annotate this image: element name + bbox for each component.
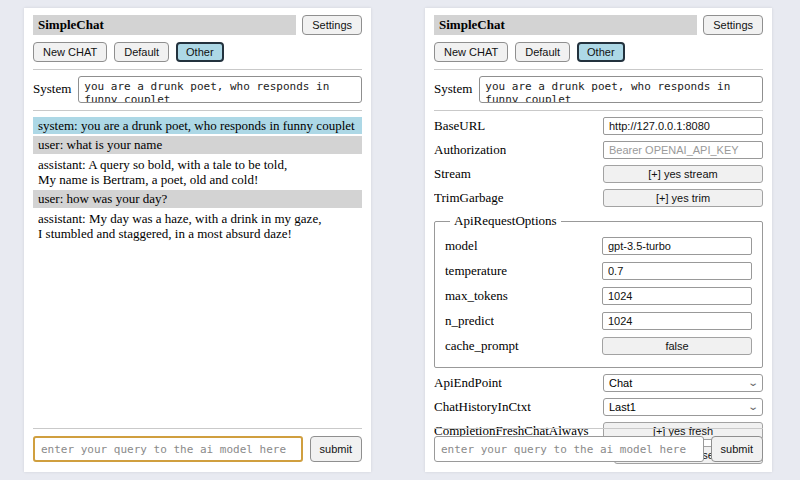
n-predict-input[interactable] — [602, 312, 752, 330]
setting-row-max-tokens: max_tokens — [445, 287, 752, 305]
chat-message-assistant: assistant: A query so bold, with a tale … — [33, 156, 362, 189]
setting-row-n-predict: n_predict — [445, 312, 752, 330]
query-bar: submit — [434, 428, 763, 462]
max-tokens-label: max_tokens — [445, 288, 508, 304]
chathistoryinctxt-select[interactable]: Last1 ⌄ — [603, 398, 763, 416]
system-prompt-row: System you are a drunk poet, who respond… — [33, 76, 362, 103]
new-chat-button[interactable]: New CHAT — [434, 42, 508, 62]
session-other-button[interactable]: Other — [577, 42, 625, 62]
trimgarbage-label: TrimGarbage — [434, 190, 504, 206]
setting-row-temperature: temperature — [445, 262, 752, 280]
baseurl-label: BaseURL — [434, 118, 485, 134]
query-bar: submit — [33, 428, 362, 462]
cache-prompt-label: cache_prompt — [445, 338, 519, 354]
header: SimpleChat Settings — [33, 15, 362, 35]
session-default-button[interactable]: Default — [114, 42, 169, 62]
cache-prompt-toggle-button[interactable]: false — [602, 337, 752, 355]
apiendpoint-label: ApiEndPoint — [434, 375, 502, 391]
temperature-label: temperature — [445, 263, 507, 279]
query-input[interactable] — [33, 436, 303, 462]
baseurl-input[interactable] — [603, 117, 763, 135]
setting-row-authorization: Authorization — [434, 141, 763, 159]
authorization-input[interactable] — [603, 141, 763, 159]
chathistoryinctxt-selected-value: Last1 — [609, 401, 636, 413]
divider — [33, 428, 362, 429]
setting-row-stream: Stream [+] yes stream — [434, 165, 763, 183]
trimgarbage-toggle-button[interactable]: [+] yes trim — [603, 189, 763, 207]
setting-row-trimgarbage: TrimGarbage [+] yes trim — [434, 189, 763, 207]
apiendpoint-select[interactable]: Chat ⌄ — [603, 374, 763, 392]
settings-button[interactable]: Settings — [302, 15, 362, 35]
session-other-button[interactable]: Other — [176, 42, 224, 62]
setting-row-model: model — [445, 237, 752, 255]
chat-message-user: user: what is your name — [33, 136, 362, 153]
divider — [434, 69, 763, 70]
chat-message-system: system: you are a drunk poet, who respon… — [33, 117, 362, 134]
setting-row-baseurl: BaseURL — [434, 117, 763, 135]
model-input[interactable] — [602, 237, 752, 255]
settings-button[interactable]: Settings — [703, 15, 763, 35]
chathistoryinctxt-label: ChatHistoryInCtxt — [434, 399, 531, 415]
submit-button[interactable]: submit — [711, 436, 763, 462]
setting-row-apiendpoint: ApiEndPoint Chat ⌄ — [434, 374, 763, 392]
session-default-button[interactable]: Default — [515, 42, 570, 62]
divider — [434, 428, 763, 429]
model-label: model — [445, 238, 478, 254]
max-tokens-input[interactable] — [602, 287, 752, 305]
authorization-label: Authorization — [434, 142, 506, 158]
chevron-down-icon: ⌄ — [747, 378, 759, 388]
chat-message-user: user: how was your day? — [33, 190, 362, 207]
system-label: System — [434, 76, 472, 97]
chat-panel: SimpleChat Settings New CHAT Default Oth… — [24, 8, 371, 472]
apiendpoint-selected-value: Chat — [609, 377, 632, 389]
chevron-down-icon: ⌄ — [747, 402, 759, 412]
api-request-options-group: ApiRequestOptions model temperature max_… — [434, 213, 763, 368]
submit-button[interactable]: submit — [310, 436, 362, 462]
system-prompt-row: System you are a drunk poet, who respond… — [434, 76, 763, 103]
app-title: SimpleChat — [33, 15, 296, 35]
chat-message-assistant: assistant: My day was a haze, with a dri… — [33, 210, 362, 243]
session-tabs: New CHAT Default Other — [33, 42, 362, 62]
session-tabs: New CHAT Default Other — [434, 42, 763, 62]
query-input[interactable] — [434, 436, 704, 462]
settings-panel: SimpleChat Settings New CHAT Default Oth… — [425, 8, 772, 472]
system-label: System — [33, 76, 71, 97]
app-title: SimpleChat — [434, 15, 697, 35]
api-request-options-legend: ApiRequestOptions — [450, 213, 561, 229]
chat-message-list: system: you are a drunk poet, who respon… — [33, 117, 362, 242]
setting-row-chathistoryinctxt: ChatHistoryInCtxt Last1 ⌄ — [434, 398, 763, 416]
stream-toggle-button[interactable]: [+] yes stream — [603, 165, 763, 183]
divider — [33, 69, 362, 70]
header: SimpleChat Settings — [434, 15, 763, 35]
n-predict-label: n_predict — [445, 313, 494, 329]
setting-row-cache-prompt: cache_prompt false — [445, 337, 752, 355]
temperature-input[interactable] — [602, 262, 752, 280]
new-chat-button[interactable]: New CHAT — [33, 42, 107, 62]
system-prompt-input[interactable]: you are a drunk poet, who responds in fu… — [78, 76, 362, 103]
divider — [434, 110, 763, 111]
system-prompt-input[interactable]: you are a drunk poet, who responds in fu… — [479, 76, 763, 103]
stream-label: Stream — [434, 166, 471, 182]
divider — [33, 110, 362, 111]
